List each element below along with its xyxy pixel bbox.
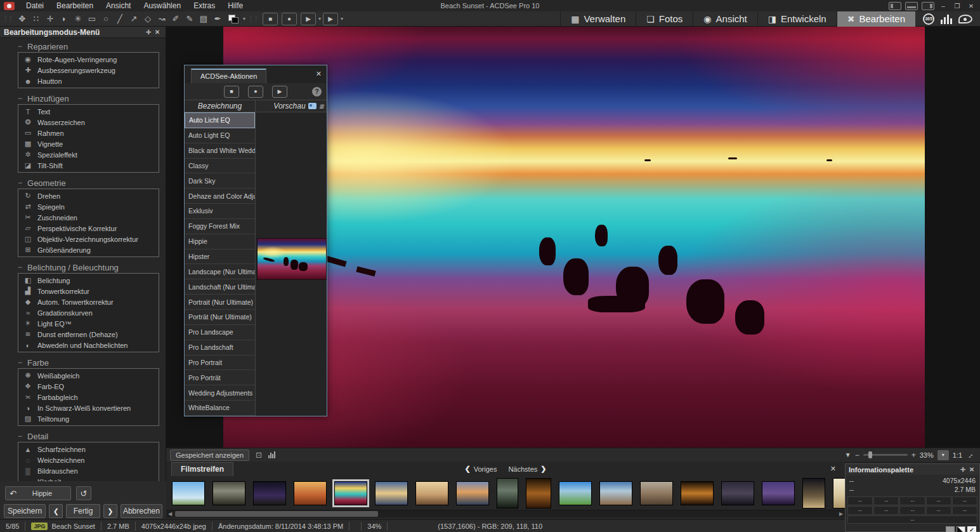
thumb-night-market[interactable]	[526, 478, 551, 509]
gray-square-icon[interactable]	[946, 526, 955, 532]
action-list-item[interactable]: Pro Porträt	[185, 370, 255, 385]
action-list-item[interactable]: Foggy Forest Mix	[185, 219, 255, 234]
sidebar-item[interactable]: ▭Rahmen	[18, 128, 159, 138]
filmstrip-thumbnail-wrap[interactable]	[831, 476, 845, 510]
action-list-item[interactable]: Landschaft (Nur Ultimate)	[185, 279, 255, 295]
thumb-dark-cliff[interactable]	[497, 478, 518, 509]
checkmark-icon[interactable]: ✔	[967, 526, 976, 532]
action-list-item[interactable]: Black and White Wedding	[185, 143, 255, 159]
acdsee-eye-logo-icon[interactable]	[958, 15, 972, 23]
filmstrip-thumbnail-wrap[interactable]	[524, 476, 553, 510]
sidebar-item[interactable]: TText	[18, 106, 159, 117]
sidebar-item[interactable]: ▨Teiltonung	[18, 413, 159, 424]
collapse-icon[interactable]: −	[18, 263, 22, 272]
sidebar-item[interactable]: ↻Drehen	[18, 190, 159, 201]
action-list-item[interactable]: Hipster	[185, 249, 255, 265]
filmstrip-thumbnail-wrap[interactable]	[332, 479, 369, 507]
thumb-waterfall[interactable]	[212, 481, 245, 505]
mode-tab-entwickeln[interactable]: ◨Entwickeln	[757, 11, 837, 27]
thumb-autumn[interactable]	[294, 481, 327, 505]
run-action-button[interactable]: ▶	[323, 13, 338, 25]
menu-item-bearbeiten[interactable]: Bearbeiten	[50, 1, 100, 11]
dashboard-chart-icon[interactable]	[941, 14, 952, 24]
column-header-bezeichnung[interactable]: Bezeichnung	[185, 100, 256, 112]
collapse-icon[interactable]: −	[18, 358, 22, 367]
polygon-tool-icon[interactable]: ◇	[141, 13, 155, 25]
sidebar-item[interactable]: ⇄Spiegeln	[18, 201, 159, 212]
sidebar-item[interactable]: ▩Vignette	[18, 138, 159, 149]
section-header[interactable]: −Farbe	[18, 357, 159, 368]
action-list-item[interactable]: Dark Sky	[185, 173, 255, 189]
close-button[interactable]: ✕	[966, 2, 976, 10]
section-header[interactable]: −Detail	[18, 430, 159, 442]
mode-tab-fotos[interactable]: ❏Fotos	[636, 11, 693, 27]
line-tool-icon[interactable]: ╱	[113, 13, 127, 25]
action-list-item[interactable]: Portrait (Nur Ultimate)	[185, 295, 255, 310]
action-list-item[interactable]: Dehaze and Color Adjust	[185, 189, 255, 204]
next-image-button[interactable]: ❯	[103, 504, 117, 518]
scrollbar-thumb[interactable]	[175, 511, 378, 517]
action-list-item[interactable]: Exklusiv	[185, 204, 255, 219]
sidebar-item[interactable]: ▲Scharfzeichnen	[18, 444, 159, 455]
thumb-lanterns[interactable]	[681, 481, 714, 505]
action-list-item[interactable]: Classy	[185, 159, 255, 174]
contrast-split-icon[interactable]	[957, 526, 965, 532]
save-button[interactable]: Speichern	[4, 504, 46, 518]
scroll-left-icon[interactable]: ◀	[166, 510, 174, 517]
sidebar-item[interactable]: ❖Farb-EQ	[18, 381, 159, 392]
show-saved-button[interactable]: Gespeichert anzeigen	[170, 449, 249, 461]
action-list-item[interactable]: Landscape (Nur Ultimate)	[185, 264, 255, 279]
filmstrip-thumbnail-wrap[interactable]	[170, 479, 207, 507]
sidebar-item[interactable]: ❋Weißabgleich	[18, 370, 159, 381]
sidebar-item[interactable]: ◌Weichzeichnen	[18, 455, 159, 465]
filmstrip-thumbnail-wrap[interactable]	[373, 479, 410, 507]
filmstrip-thumbnail-wrap[interactable]	[598, 479, 634, 507]
thumb-harbor[interactable]	[599, 481, 632, 505]
sidebar-item[interactable]: ▱Perspektivische Korrektur	[18, 223, 159, 234]
action-list-item[interactable]: Auto Light EQ	[185, 128, 255, 143]
filmstrip-close-icon[interactable]: ✕	[830, 465, 836, 473]
rectangle-select-icon[interactable]: ▭	[85, 13, 99, 25]
sidebar-item[interactable]: ≈Gradationskurven	[18, 307, 159, 318]
next-button[interactable]: Nächstes❯	[508, 465, 546, 473]
action-list-item[interactable]: WhiteBalance	[185, 401, 255, 416]
lasso-tool-icon[interactable]: ◗	[57, 13, 71, 25]
action-list-item[interactable]: Pro Landschaft	[185, 340, 255, 356]
history-button[interactable]: ↺	[76, 486, 91, 500]
filmstrip-thumbnail-wrap[interactable]	[800, 476, 827, 510]
sidebar-item[interactable]: ◑In Schwarz-Weiß konvertieren	[18, 402, 159, 413]
sidebar-close-icon[interactable]: ✕	[153, 29, 162, 36]
zoom-slider-handle[interactable]	[868, 451, 872, 458]
fullscreen-icon[interactable]: ⊡	[256, 451, 262, 460]
section-header[interactable]: −Hinzufügen	[18, 93, 159, 104]
play-action-button[interactable]: ▶	[301, 13, 316, 25]
filmstrip-thumbnail-wrap[interactable]	[760, 479, 797, 507]
previous-image-button[interactable]: ❮	[49, 504, 63, 518]
actual-size-button[interactable]: 1:1	[953, 451, 962, 459]
record-button[interactable]: ●	[248, 86, 263, 98]
thumb-ocean-sunset[interactable]	[375, 481, 408, 505]
image-canvas[interactable]: ACDSee-Aktionen ✕ ■ ● ▶ ? Bezeichnung Vo…	[166, 27, 980, 462]
thumb-beach-sunset[interactable]	[334, 481, 367, 505]
mode-tab-verwalten[interactable]: ▦Verwalten	[560, 11, 636, 27]
sidebar-item[interactable]: ❂Wasserzeichen	[18, 117, 159, 128]
thumb-misty-peaks[interactable]	[833, 478, 845, 509]
preset-selector[interactable]: ↶ Hippie	[5, 486, 71, 500]
collapse-icon[interactable]: −	[18, 42, 22, 51]
gradient-tool-icon[interactable]: ▤	[197, 13, 211, 25]
menu-item-auswählen[interactable]: Auswählen	[137, 1, 187, 11]
filmstrip-thumbnail-wrap[interactable]	[292, 479, 329, 507]
mode-tab-bearbeiten[interactable]: ✖Bearbeiten	[837, 11, 915, 27]
thumb-balloons[interactable]	[172, 481, 205, 505]
mode-tab-ansicht[interactable]: ◉Ansicht	[693, 11, 757, 27]
actions-dialog-tab[interactable]: ACDSee-Aktionen	[191, 69, 266, 83]
fit-image-icon[interactable]: ↔	[964, 449, 976, 460]
sidebar-item[interactable]: ▒Bildrauschen	[18, 465, 159, 476]
color-picker-icon[interactable]: ✒	[211, 13, 225, 25]
sidebar-item[interactable]: ◉Rote-Augen-Verringerung	[18, 54, 159, 65]
move-tool-icon[interactable]: ✛	[43, 13, 57, 25]
restore-button[interactable]: ❐	[952, 2, 962, 10]
thumb-night-sky[interactable]	[253, 481, 286, 505]
filmstrip-scrollbar[interactable]: ◀ ▶	[166, 510, 845, 517]
sidebar-item[interactable]: ≍Farbabgleich	[18, 392, 159, 402]
